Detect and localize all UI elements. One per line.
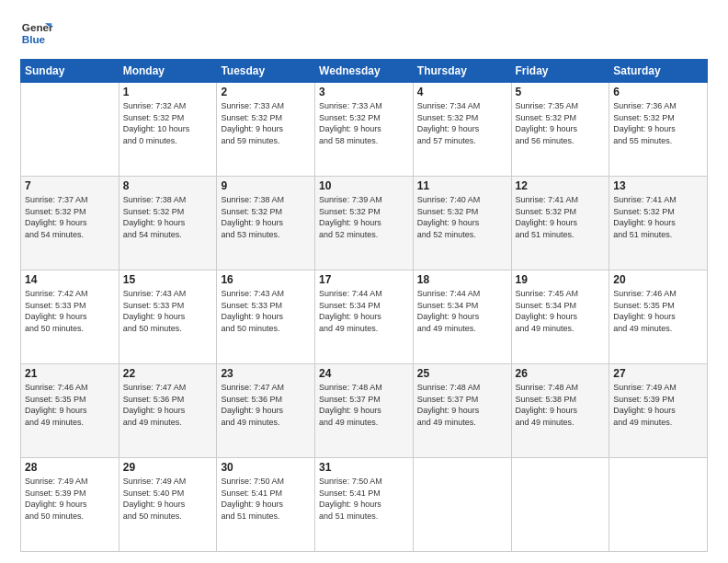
svg-text:General: General bbox=[22, 21, 53, 33]
day-number: 6 bbox=[613, 86, 703, 98]
calendar-cell: 14Sunrise: 7:42 AM Sunset: 5:33 PM Dayli… bbox=[21, 270, 119, 364]
calendar-cell: 15Sunrise: 7:43 AM Sunset: 5:33 PM Dayli… bbox=[119, 270, 217, 364]
calendar-cell: 31Sunrise: 7:50 AM Sunset: 5:41 PM Dayli… bbox=[315, 458, 414, 552]
calendar-cell: 6Sunrise: 7:36 AM Sunset: 5:32 PM Daylig… bbox=[609, 83, 708, 177]
day-number: 23 bbox=[221, 367, 311, 380]
day-info: Sunrise: 7:46 AM Sunset: 5:35 PM Dayligh… bbox=[613, 288, 703, 334]
day-number: 5 bbox=[516, 86, 606, 98]
day-number: 18 bbox=[417, 273, 507, 286]
day-number: 21 bbox=[25, 367, 115, 380]
calendar-cell: 16Sunrise: 7:43 AM Sunset: 5:33 PM Dayli… bbox=[217, 270, 315, 364]
calendar-cell: 20Sunrise: 7:46 AM Sunset: 5:35 PM Dayli… bbox=[609, 270, 708, 364]
day-number: 14 bbox=[25, 273, 115, 286]
calendar-cell: 21Sunrise: 7:46 AM Sunset: 5:35 PM Dayli… bbox=[21, 364, 119, 458]
calendar-cell: 9Sunrise: 7:38 AM Sunset: 5:32 PM Daylig… bbox=[217, 177, 315, 270]
day-info: Sunrise: 7:49 AM Sunset: 5:40 PM Dayligh… bbox=[123, 476, 213, 522]
day-info: Sunrise: 7:36 AM Sunset: 5:32 PM Dayligh… bbox=[613, 100, 703, 146]
calendar-cell: 13Sunrise: 7:41 AM Sunset: 5:32 PM Dayli… bbox=[609, 177, 708, 270]
calendar-cell: 23Sunrise: 7:47 AM Sunset: 5:36 PM Dayli… bbox=[217, 364, 315, 458]
week-row-1: 7Sunrise: 7:37 AM Sunset: 5:32 PM Daylig… bbox=[21, 177, 708, 270]
day-number: 25 bbox=[417, 367, 507, 380]
day-number: 12 bbox=[516, 179, 606, 192]
day-info: Sunrise: 7:47 AM Sunset: 5:36 PM Dayligh… bbox=[221, 382, 311, 428]
calendar-cell bbox=[511, 458, 609, 552]
day-info: Sunrise: 7:37 AM Sunset: 5:32 PM Dayligh… bbox=[25, 194, 115, 240]
day-header-tuesday: Tuesday bbox=[217, 60, 315, 83]
day-number: 4 bbox=[417, 86, 507, 98]
day-info: Sunrise: 7:41 AM Sunset: 5:32 PM Dayligh… bbox=[613, 194, 703, 240]
calendar-cell: 17Sunrise: 7:44 AM Sunset: 5:34 PM Dayli… bbox=[315, 270, 414, 364]
calendar-cell: 2Sunrise: 7:33 AM Sunset: 5:32 PM Daylig… bbox=[217, 83, 315, 177]
day-number: 20 bbox=[613, 273, 703, 286]
day-number: 29 bbox=[123, 461, 213, 474]
day-number: 3 bbox=[319, 86, 409, 98]
calendar-cell: 4Sunrise: 7:34 AM Sunset: 5:32 PM Daylig… bbox=[413, 83, 511, 177]
svg-text:Blue: Blue bbox=[22, 33, 46, 45]
day-header-monday: Monday bbox=[119, 60, 217, 83]
day-number: 15 bbox=[123, 273, 213, 286]
day-number: 10 bbox=[319, 179, 409, 192]
day-number: 30 bbox=[221, 461, 311, 474]
calendar-cell: 12Sunrise: 7:41 AM Sunset: 5:32 PM Dayli… bbox=[511, 177, 609, 270]
calendar-cell: 19Sunrise: 7:45 AM Sunset: 5:34 PM Dayli… bbox=[511, 270, 609, 364]
day-header-thursday: Thursday bbox=[413, 60, 511, 83]
day-info: Sunrise: 7:44 AM Sunset: 5:34 PM Dayligh… bbox=[319, 288, 409, 334]
day-number: 13 bbox=[613, 179, 703, 192]
header: General Blue bbox=[20, 17, 708, 50]
day-info: Sunrise: 7:46 AM Sunset: 5:35 PM Dayligh… bbox=[25, 382, 115, 428]
day-info: Sunrise: 7:44 AM Sunset: 5:34 PM Dayligh… bbox=[417, 288, 507, 334]
day-number: 16 bbox=[221, 273, 311, 286]
day-number: 27 bbox=[613, 367, 703, 380]
day-number: 1 bbox=[123, 86, 213, 98]
day-info: Sunrise: 7:49 AM Sunset: 5:39 PM Dayligh… bbox=[25, 476, 115, 522]
calendar-cell bbox=[413, 458, 511, 552]
day-number: 8 bbox=[123, 179, 213, 192]
week-row-0: 1Sunrise: 7:32 AM Sunset: 5:32 PM Daylig… bbox=[21, 83, 708, 177]
day-info: Sunrise: 7:33 AM Sunset: 5:32 PM Dayligh… bbox=[221, 100, 311, 146]
logo-icon: General Blue bbox=[20, 17, 53, 50]
day-number: 19 bbox=[516, 273, 606, 286]
calendar-cell: 5Sunrise: 7:35 AM Sunset: 5:32 PM Daylig… bbox=[511, 83, 609, 177]
calendar-cell bbox=[609, 458, 708, 552]
day-info: Sunrise: 7:49 AM Sunset: 5:39 PM Dayligh… bbox=[613, 382, 703, 428]
calendar-cell: 24Sunrise: 7:48 AM Sunset: 5:37 PM Dayli… bbox=[315, 364, 414, 458]
day-number: 26 bbox=[516, 367, 606, 380]
calendar-cell: 10Sunrise: 7:39 AM Sunset: 5:32 PM Dayli… bbox=[315, 177, 414, 270]
day-number: 11 bbox=[417, 179, 507, 192]
calendar-cell: 11Sunrise: 7:40 AM Sunset: 5:32 PM Dayli… bbox=[413, 177, 511, 270]
day-number: 2 bbox=[221, 86, 311, 98]
day-info: Sunrise: 7:40 AM Sunset: 5:32 PM Dayligh… bbox=[417, 194, 507, 240]
day-number: 9 bbox=[221, 179, 311, 192]
calendar-cell: 27Sunrise: 7:49 AM Sunset: 5:39 PM Dayli… bbox=[609, 364, 708, 458]
page: General Blue SundayMondayTuesdayWednesda… bbox=[0, 0, 728, 563]
day-info: Sunrise: 7:48 AM Sunset: 5:37 PM Dayligh… bbox=[319, 382, 409, 428]
day-info: Sunrise: 7:39 AM Sunset: 5:32 PM Dayligh… bbox=[319, 194, 409, 240]
day-info: Sunrise: 7:32 AM Sunset: 5:32 PM Dayligh… bbox=[123, 100, 213, 146]
week-row-4: 28Sunrise: 7:49 AM Sunset: 5:39 PM Dayli… bbox=[21, 458, 708, 552]
day-info: Sunrise: 7:35 AM Sunset: 5:32 PM Dayligh… bbox=[516, 100, 606, 146]
day-info: Sunrise: 7:43 AM Sunset: 5:33 PM Dayligh… bbox=[221, 288, 311, 334]
day-header-friday: Friday bbox=[511, 60, 609, 83]
day-header-saturday: Saturday bbox=[609, 60, 708, 83]
week-row-2: 14Sunrise: 7:42 AM Sunset: 5:33 PM Dayli… bbox=[21, 270, 708, 364]
day-info: Sunrise: 7:38 AM Sunset: 5:32 PM Dayligh… bbox=[123, 194, 213, 240]
calendar-cell bbox=[21, 83, 119, 177]
calendar-cell: 8Sunrise: 7:38 AM Sunset: 5:32 PM Daylig… bbox=[119, 177, 217, 270]
day-header-wednesday: Wednesday bbox=[315, 60, 414, 83]
day-info: Sunrise: 7:41 AM Sunset: 5:32 PM Dayligh… bbox=[516, 194, 606, 240]
calendar-cell: 29Sunrise: 7:49 AM Sunset: 5:40 PM Dayli… bbox=[119, 458, 217, 552]
calendar-table: SundayMondayTuesdayWednesdayThursdayFrid… bbox=[20, 59, 708, 552]
calendar-cell: 25Sunrise: 7:48 AM Sunset: 5:37 PM Dayli… bbox=[413, 364, 511, 458]
day-info: Sunrise: 7:50 AM Sunset: 5:41 PM Dayligh… bbox=[319, 476, 409, 522]
day-info: Sunrise: 7:47 AM Sunset: 5:36 PM Dayligh… bbox=[123, 382, 213, 428]
day-info: Sunrise: 7:45 AM Sunset: 5:34 PM Dayligh… bbox=[516, 288, 606, 334]
week-row-3: 21Sunrise: 7:46 AM Sunset: 5:35 PM Dayli… bbox=[21, 364, 708, 458]
calendar-cell: 3Sunrise: 7:33 AM Sunset: 5:32 PM Daylig… bbox=[315, 83, 414, 177]
day-info: Sunrise: 7:33 AM Sunset: 5:32 PM Dayligh… bbox=[319, 100, 409, 146]
calendar-cell: 7Sunrise: 7:37 AM Sunset: 5:32 PM Daylig… bbox=[21, 177, 119, 270]
day-number: 24 bbox=[319, 367, 409, 380]
day-info: Sunrise: 7:48 AM Sunset: 5:37 PM Dayligh… bbox=[417, 382, 507, 428]
day-number: 28 bbox=[25, 461, 115, 474]
calendar-cell: 22Sunrise: 7:47 AM Sunset: 5:36 PM Dayli… bbox=[119, 364, 217, 458]
calendar-cell: 30Sunrise: 7:50 AM Sunset: 5:41 PM Dayli… bbox=[217, 458, 315, 552]
